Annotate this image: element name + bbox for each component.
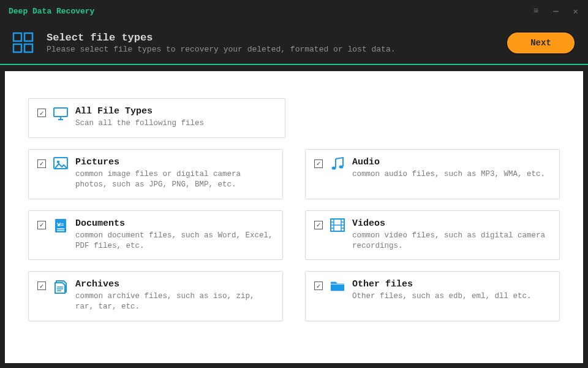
card-title: Archives: [75, 279, 274, 289]
picture-icon: [53, 157, 68, 171]
svg-point-8: [57, 161, 59, 163]
card-audio[interactable]: ✓ Audio common audio files, such as MP3,…: [305, 149, 560, 199]
monitor-icon: [53, 106, 68, 121]
card-documents[interactable]: ✓ W≡ Documents common document files, su…: [28, 210, 283, 261]
title-bar: Deep Data Recovery ≡ — ✕: [0, 0, 588, 22]
svg-point-9: [332, 166, 336, 169]
checkbox-audio[interactable]: ✓: [314, 159, 323, 168]
card-description: common document files, such as Word, Exc…: [75, 231, 274, 251]
checkbox-other[interactable]: ✓: [314, 282, 323, 290]
music-note-icon: [330, 157, 345, 172]
card-description: common archive files, such as iso, zip, …: [75, 291, 274, 312]
svg-rect-0: [13, 33, 21, 41]
minimize-icon[interactable]: —: [553, 6, 559, 17]
checkbox-documents[interactable]: ✓: [37, 221, 46, 229]
checkbox-all[interactable]: ✓: [37, 109, 46, 117]
checkbox-videos[interactable]: ✓: [314, 221, 323, 229]
next-button[interactable]: Next: [506, 31, 576, 55]
card-all-file-types[interactable]: ✓ All File Types Scan all the following …: [28, 98, 285, 138]
card-videos[interactable]: ✓ Videos common video files, such as dig…: [305, 210, 560, 261]
header-text: Select file types Please select file typ…: [47, 32, 396, 54]
app-title: Deep Data Recovery: [9, 7, 94, 16]
svg-text:W≡: W≡: [58, 222, 64, 228]
checkbox-pictures[interactable]: ✓: [37, 159, 46, 168]
card-description: common image files or digital camera pho…: [75, 169, 274, 190]
page-subtitle: Please select file types to recovery you…: [47, 45, 396, 54]
card-description: Other files, such as edb, eml, dll etc.: [352, 291, 551, 302]
folder-icon: [330, 279, 345, 293]
checkbox-archives[interactable]: ✓: [37, 282, 46, 290]
card-title: Pictures: [75, 157, 274, 167]
film-icon: [330, 218, 345, 232]
card-description: Scan all the following files: [75, 118, 276, 129]
svg-rect-1: [24, 33, 32, 41]
card-title: All File Types: [75, 106, 276, 117]
page-title: Select file types: [47, 32, 396, 44]
document-icon: W≡: [53, 218, 68, 233]
card-title: Documents: [75, 218, 274, 229]
card-title: Other files: [352, 279, 551, 289]
card-title: Audio: [352, 157, 551, 167]
card-description: common audio files, such as MP3, WMA, et…: [352, 169, 551, 180]
window-controls: ≡ — ✕: [533, 6, 579, 17]
header: Select file types Please select file typ…: [0, 22, 588, 64]
card-title: Videos: [352, 218, 551, 229]
close-icon[interactable]: ✕: [573, 6, 579, 17]
menu-icon[interactable]: ≡: [533, 6, 540, 17]
card-archives[interactable]: ✓ Archives common archive files, such as…: [28, 271, 283, 321]
app-logo-icon: [12, 32, 34, 54]
archive-icon: [53, 279, 68, 294]
card-other-files[interactable]: ✓ Other files Other files, such as edb, …: [305, 271, 560, 321]
card-description: common video files, such as digital came…: [352, 231, 551, 251]
accent-divider: [0, 64, 588, 65]
svg-point-10: [339, 165, 344, 168]
svg-rect-3: [24, 44, 32, 52]
svg-rect-4: [54, 108, 67, 117]
svg-rect-2: [13, 44, 21, 52]
main-panel: ✓ All File Types Scan all the following …: [5, 71, 583, 363]
card-pictures[interactable]: ✓ Pictures common image files or digital…: [28, 149, 283, 199]
